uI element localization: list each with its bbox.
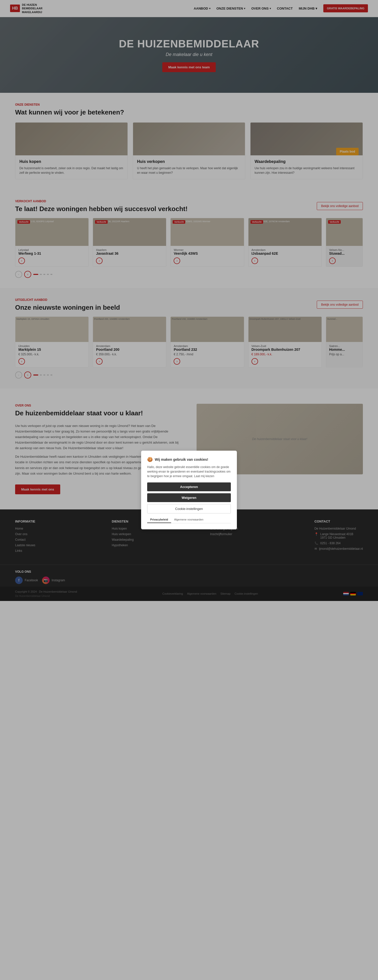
cookie-overlay: 🍪 Wij maken gebruik van cookies! Hallo, … [0,0,378,601]
cookie-icon: 🍪 [147,457,153,462]
cookie-text: Hallo, deze website gebruikt essentiële … [147,465,231,479]
cookie-tabs: Privacybeleid Algemene voorwaarden [147,517,231,523]
cookie-tab-algemeen[interactable]: Algemene voorwaarden [171,517,206,523]
cookie-settings-button[interactable]: Cookie-instellingen [147,504,231,514]
cookie-header: 🍪 Wij maken gebruik van cookies! [147,457,231,462]
cookie-accept-button[interactable]: Accepteren [147,482,231,491]
cookie-tab-privacy[interactable]: Privacybeleid [147,517,171,523]
cookie-buttons: Accepteren Weigeren Cookie-instellingen [147,482,231,514]
cookie-title: Wij maken gebruik van cookies! [155,457,208,461]
cookie-banner: 🍪 Wij maken gebruik van cookies! Hallo, … [141,451,237,529]
cookie-weiger-button[interactable]: Weigeren [147,493,231,502]
